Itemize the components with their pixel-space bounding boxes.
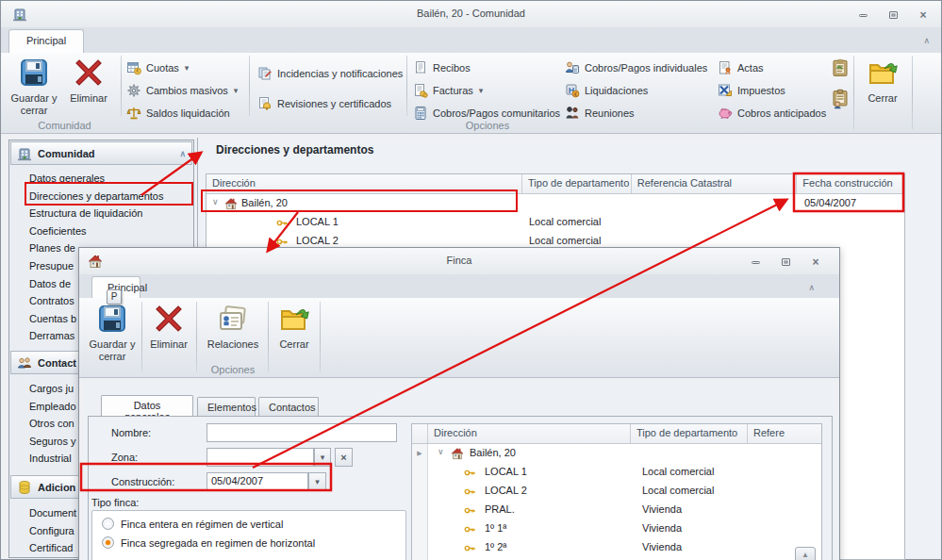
expander-icon[interactable]: ∨ [438,447,444,456]
expander-icon[interactable]: ∨ [212,197,219,206]
facturas-label: Facturas [433,85,473,96]
tab-datos-generales[interactable]: Datos generales [101,395,193,417]
cell-tipo: Vivienda [642,503,682,515]
pages-pencil-icon [257,66,273,81]
table-row[interactable]: 1º 2ªVivienda [412,538,821,557]
clipboard-icon [830,58,851,78]
dialog-collapse-ribbon-icon[interactable]: ∧ [808,283,815,292]
table-row[interactable]: ▶∨Bailén, 20 [412,444,821,463]
sidebar-group-comunidad[interactable]: Comunidad ∧ [10,141,192,165]
dialog-col-referencia[interactable]: Refere [748,424,819,443]
grid-header-row: Dirección Tipo de departamento Referenci… [207,174,904,194]
ribbon-item-cobros-individuales[interactable]: Cobros/Pagos individuales [565,58,707,78]
sidebar-item[interactable]: Coeficientes [10,222,192,240]
cell-direccion: Bailén, 20 [470,447,516,458]
dialog-col-tipo[interactable]: Tipo de departamento [631,424,748,443]
ribbon-item-incidencias[interactable]: Incidencias y notificaciones [257,63,403,84]
main-titlebar: Bailén, 20 - Comunidad × [1,1,941,27]
ribbon-item-recibos[interactable]: Recibos [413,58,471,78]
building-icon [17,146,32,161]
dialog-relations-label: Relaciones [200,338,266,351]
ribbon-item-revisiones[interactable]: Revisiones y certificados [257,93,391,114]
ribbon-item-actas[interactable]: Actas [718,58,764,78]
tax-chart-icon [718,83,733,98]
folder-arrow-icon [279,324,309,336]
keytip-p: P [107,289,122,305]
sidebar-item[interactable]: Estructura de liquidación [10,205,192,222]
sidebar-group-label: Adicion [38,482,75,493]
chevron-up-icon: ∧ [179,149,186,158]
radio-finca-entera[interactable]: Finca entera en régimen de vertical [102,518,405,530]
saldos-label: Saldos liquidación [146,107,230,119]
screen: Bailén, 20 - Comunidad × Principal ∧ Gua… [0,0,942,560]
dialog-save-close-button[interactable]: Guardar y cerrar [88,302,137,363]
nombre-input[interactable] [207,423,397,442]
ribbon-item-impuestos[interactable]: Impuestos [718,80,785,101]
col-referencia[interactable]: Referencia Catastral [632,174,798,193]
ribbon-item-cuotas[interactable]: €Cuotas▾ [126,58,189,78]
ribbon-item-liquidaciones[interactable]: H€Liquidaciones [565,80,648,101]
sidebar-item[interactable]: Datos generales [10,170,192,188]
radio-icon [102,536,114,549]
ribbon-item-facturas[interactable]: Facturas▾ [413,80,483,101]
maximize-button[interactable] [883,8,903,22]
cell-fecha: 05/04/2007 [804,197,856,208]
scroll-up-button[interactable]: ▲ [795,547,816,560]
zona-input[interactable] [207,448,314,467]
tab-principal[interactable]: Principal [8,29,84,53]
zona-dropdown-button[interactable]: ▾ [314,448,331,467]
zona-clear-button[interactable]: × [335,448,353,467]
dialog-close-big-button[interactable]: Cerrar [271,302,318,351]
database-icon [17,480,32,495]
close-button[interactable]: × [913,8,934,22]
save-close-button[interactable]: Guardar y cerrar [8,56,59,117]
h-coin-icon: H€ [565,83,580,98]
dialog-close-button[interactable]: × [805,255,826,269]
radio-label: Finca entera en régimen de vertical [121,519,283,530]
collapse-ribbon-icon[interactable]: ∧ [923,36,930,45]
id-cards-icon [218,324,248,336]
tool-button-bottom[interactable] [830,89,851,109]
tab-elementos[interactable]: Elementos [197,397,256,417]
table-coin-icon: € [126,60,141,75]
nombre-label: Nombre: [111,427,151,438]
tab-contactos[interactable]: Contactos [258,397,319,417]
folder-arrow-icon [868,78,898,90]
ribbon-item-cambios-masivos[interactable]: Cambios masivos▾ [126,80,238,101]
cell-direccion: PRAL. [485,503,515,515]
sidebar-group-label: Contact [38,357,76,369]
dialog-delete-button[interactable]: Eliminar [144,302,193,351]
minimize-button[interactable] [852,8,873,22]
bell-page-icon [257,96,273,111]
red-x-icon [154,324,184,336]
dialog-maximize-button[interactable] [775,255,796,269]
house-icon [224,197,238,210]
row-selector [412,482,428,501]
dialog-ribbon: Guardar y cerrar Eliminar Relaciones Cer… [79,298,839,378]
col-direccion[interactable]: Dirección [207,174,522,193]
sidebar-item[interactable]: Direcciones y departamentos [10,188,192,206]
construccion-input[interactable]: 05/04/2007 [207,472,308,491]
dialog-relations-button[interactable]: Relaciones [200,302,266,351]
table-row[interactable]: LOCAL 1Local comercial [207,213,904,232]
save-close-label: Guardar y cerrar [8,92,59,117]
dialog-minimize-button[interactable] [745,255,766,269]
table-row[interactable]: 1º 1ªVivienda [412,519,821,538]
table-row[interactable]: LOCAL 1Local comercial [412,463,821,482]
radio-finca-segregada[interactable]: Finca segregada en regimen de horizontal [102,536,405,549]
dialog-grid-header-row: Dirección Tipo de departamento Refere [412,424,821,444]
dialog-col-direccion[interactable]: Dirección [428,424,631,443]
delete-button[interactable]: Eliminar [63,56,114,105]
gear-icon [126,83,141,98]
row-selector [412,538,428,557]
tool-button-top[interactable] [830,58,851,78]
table-row[interactable]: PRAL.Vivienda [412,501,821,519]
table-row[interactable]: LOCAL 2Local comercial [412,482,821,501]
col-tipo[interactable]: Tipo de departamento [522,174,632,193]
close-community-button[interactable]: Cerrar [857,56,908,105]
construccion-dropdown-button[interactable]: ▾ [308,472,326,491]
table-row[interactable]: ∨Bailén, 2005/04/2007 [207,194,904,213]
col-fecha[interactable]: Fecha construcción [797,174,904,193]
row-selector [412,501,428,519]
tipo-finca-groupbox: Finca entera en régimen de vertical Finc… [91,510,406,560]
